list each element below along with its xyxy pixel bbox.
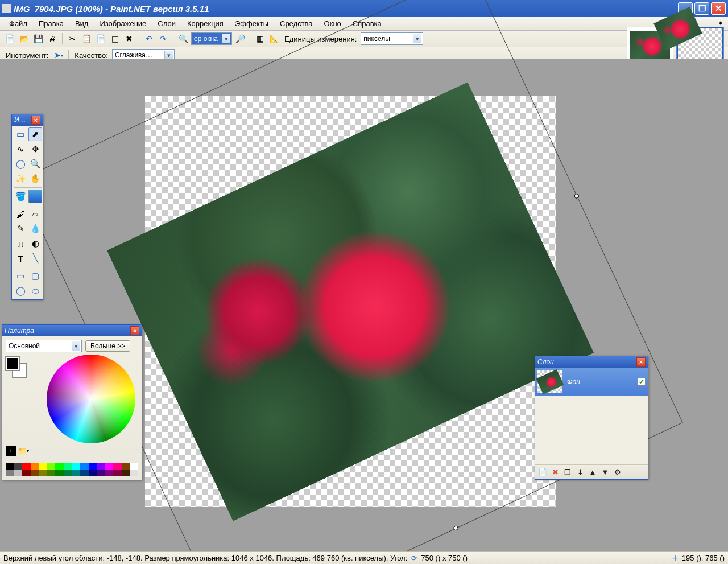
palette-color[interactable] xyxy=(39,463,47,470)
tool-pencil[interactable]: ✎ xyxy=(14,222,27,236)
palette-color[interactable] xyxy=(72,470,81,476)
palette-color[interactable] xyxy=(22,470,31,476)
palette-color[interactable] xyxy=(31,470,39,476)
palette-color[interactable] xyxy=(80,463,89,470)
color-wheel[interactable] xyxy=(47,355,135,443)
menu-window[interactable]: Окно xyxy=(318,18,347,30)
units-select[interactable]: пикселы xyxy=(361,32,423,45)
print-icon[interactable]: 🖨 xyxy=(46,32,59,45)
save-icon[interactable]: 💾 xyxy=(32,32,44,45)
layers-window-header[interactable]: Слои × xyxy=(535,356,648,368)
palette-color[interactable] xyxy=(6,463,14,470)
palette-color[interactable] xyxy=(55,463,64,470)
layer-up-icon[interactable]: ▲ xyxy=(588,467,598,477)
layer-delete-icon[interactable]: ✖ xyxy=(550,467,560,477)
tool-freeform[interactable]: ⬭ xyxy=(28,284,42,298)
grid-icon[interactable]: ▦ xyxy=(254,32,266,45)
menu-adjust[interactable]: Коррекция xyxy=(181,18,229,30)
palette-color[interactable] xyxy=(64,463,72,470)
palette-window[interactable]: Палитра × Основной Больше >> + 📁▾ xyxy=(2,324,142,480)
palette-color[interactable] xyxy=(113,470,122,476)
doc-thumb-2[interactable] xyxy=(677,27,723,63)
palette-color[interactable] xyxy=(31,463,39,470)
menu-image[interactable]: Изображение xyxy=(94,18,152,30)
palette-color[interactable] xyxy=(97,463,105,470)
palette-window-header[interactable]: Палитра × xyxy=(2,325,142,336)
menu-edit[interactable]: Правка xyxy=(33,18,69,30)
tool-zoom[interactable]: 🔍 xyxy=(28,157,42,171)
tool-move-selection[interactable]: ⬈ xyxy=(28,127,42,141)
palette-color[interactable] xyxy=(130,463,138,470)
layer-properties-icon[interactable]: ⚙ xyxy=(613,467,623,477)
palette-color[interactable] xyxy=(122,470,130,476)
palette-color[interactable] xyxy=(64,470,72,476)
layer-down-icon[interactable]: ▼ xyxy=(600,467,610,477)
palette-color[interactable] xyxy=(80,470,89,476)
layers-window[interactable]: Слои × Фон ✔ 📄 ✖ ❐ ⬇ ▲ ▼ ⚙ xyxy=(535,356,648,480)
layer-visibility-checkbox[interactable]: ✔ xyxy=(638,378,646,386)
layer-item[interactable]: Фон ✔ xyxy=(535,368,648,396)
palette-mode-select[interactable]: Основной xyxy=(6,340,82,352)
palette-manage-icon[interactable]: 📁▾ xyxy=(18,446,28,456)
tool-rect-select[interactable]: ▭ xyxy=(14,127,27,141)
selection-handle-bottom[interactable] xyxy=(453,525,459,532)
tools-close-icon[interactable]: × xyxy=(31,116,40,125)
tool-text[interactable]: T xyxy=(14,252,27,265)
palette-color[interactable] xyxy=(55,470,64,476)
ruler-icon[interactable]: 📐 xyxy=(268,32,280,45)
menu-effects[interactable]: Эффекты xyxy=(229,18,274,30)
tool-rounded-rect[interactable]: ▢ xyxy=(28,269,42,283)
close-button[interactable]: ✕ xyxy=(711,2,726,15)
color-wheel-cursor[interactable] xyxy=(89,397,93,401)
menu-file[interactable]: Файл xyxy=(3,18,33,30)
tool-line[interactable]: ╲ xyxy=(28,252,42,265)
cut-icon[interactable]: ✂ xyxy=(66,32,78,45)
palette-add-icon[interactable]: + xyxy=(6,446,16,456)
palette-color[interactable] xyxy=(89,470,97,476)
layer-add-icon[interactable]: 📄 xyxy=(537,467,548,477)
palette-strip[interactable] xyxy=(6,463,138,476)
tools-window-header[interactable]: И… × xyxy=(12,114,43,126)
palette-color[interactable] xyxy=(14,470,23,476)
palette-color[interactable] xyxy=(14,463,23,470)
palette-color[interactable] xyxy=(6,470,14,476)
tool-paint-bucket[interactable]: 🪣 xyxy=(14,190,27,203)
palette-color[interactable] xyxy=(47,463,56,470)
layer-merge-icon[interactable]: ⬇ xyxy=(575,467,585,477)
palette-more-button[interactable]: Больше >> xyxy=(85,340,130,352)
palette-color[interactable] xyxy=(72,463,81,470)
menu-layers[interactable]: Слои xyxy=(152,18,181,30)
palette-color[interactable] xyxy=(89,463,97,470)
layer-duplicate-icon[interactable]: ❐ xyxy=(562,467,573,477)
zoom-select[interactable]: ер окна xyxy=(191,32,232,45)
deselect-icon[interactable]: ✖ xyxy=(123,32,135,45)
tool-recolor[interactable]: ◐ xyxy=(28,237,42,250)
tool-ellipse-select[interactable]: ◯ xyxy=(14,157,27,171)
copy-icon[interactable]: 📋 xyxy=(80,32,93,45)
palette-color[interactable] xyxy=(39,470,47,476)
tools-window[interactable]: И… × ▭ ⬈ ∿ ✥ ◯ 🔍 ✨ ✋ 🪣 🖌 ▱ ✎ 💧 ⎍ ◐ T ╲ ▭… xyxy=(11,114,43,300)
redo-icon[interactable]: ↷ xyxy=(157,32,169,45)
layers-close-icon[interactable]: × xyxy=(636,357,646,367)
palette-color[interactable] xyxy=(130,470,138,476)
tool-rectangle[interactable]: ▭ xyxy=(14,269,27,283)
palette-color[interactable] xyxy=(47,470,56,476)
palette-color[interactable] xyxy=(122,463,130,470)
tool-color-picker[interactable]: 💧 xyxy=(28,222,42,236)
palette-color[interactable] xyxy=(97,470,105,476)
foreground-color[interactable] xyxy=(6,357,19,370)
tool-lasso[interactable]: ∿ xyxy=(14,142,27,156)
tool-clone[interactable]: ⎍ xyxy=(14,237,27,250)
palette-color[interactable] xyxy=(113,463,122,470)
menu-view[interactable]: Вид xyxy=(69,18,94,30)
palette-color[interactable] xyxy=(105,470,114,476)
tool-ellipse[interactable]: ◯ xyxy=(14,284,27,298)
zoom-in-icon[interactable]: 🔎 xyxy=(234,32,246,45)
maximize-button[interactable]: ❐ xyxy=(694,2,709,15)
open-icon[interactable]: 📂 xyxy=(18,32,30,45)
color-swatches[interactable] xyxy=(6,357,19,370)
tool-move[interactable]: ✥ xyxy=(28,142,42,156)
menu-help[interactable]: Справка xyxy=(347,18,387,30)
palette-color[interactable] xyxy=(22,463,31,470)
tool-eraser[interactable]: ▱ xyxy=(28,207,42,221)
